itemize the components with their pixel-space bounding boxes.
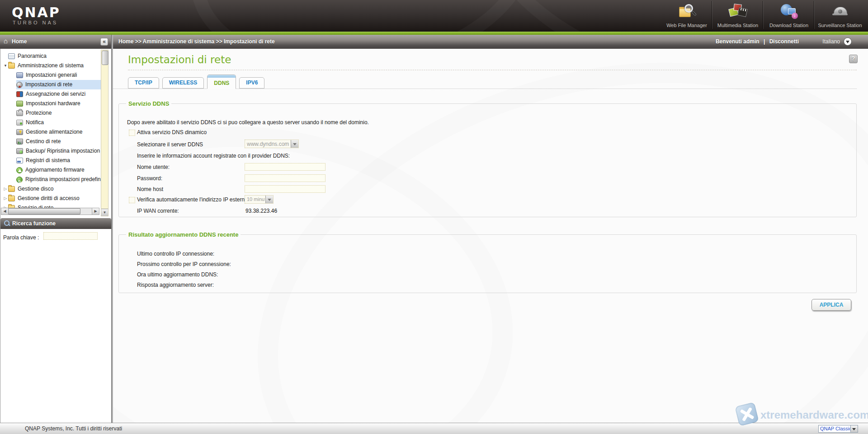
sidebar-item-label: Assegnazione dei servizi: [26, 89, 85, 99]
scrollbar-right-arrow[interactable]: ▶: [92, 208, 99, 215]
keyword-label: Parola chiave :: [3, 234, 39, 241]
tab-ipv6[interactable]: IPV6: [239, 77, 264, 89]
station-surveillance-station[interactable]: Surveillance Station: [814, 1, 865, 29]
station-label: Web File Manager: [661, 23, 712, 28]
sidebar-item-label: Impostazioni di rete: [25, 80, 72, 89]
sidebar-item-ripristina-impostazioni-predefin[interactable]: Ripristina impostazioni predefin: [1, 175, 101, 184]
sidebar-item-backup-ripristina-impostazion[interactable]: Backup/ Ripristina impostazion: [1, 146, 101, 156]
search-icon: [4, 220, 9, 226]
sidebar-item-notifica[interactable]: Notifica: [1, 118, 101, 127]
qnap-admin-page: QNAP TURBO NAS Web File ManagerMultimedi…: [0, 0, 868, 434]
welcome-text: Benvenuti admin: [716, 38, 760, 45]
tree-horizontal-scrollbar[interactable]: ◀ ▶: [1, 208, 99, 215]
sidebar-item-gestione-diritti-di-accesso[interactable]: ▷Gestione diritti di accesso: [1, 194, 101, 203]
tab-ddns[interactable]: DDNS: [207, 75, 236, 89]
sidebar-item-impostazioni-generali[interactable]: Impostazioni generali: [1, 70, 101, 80]
sidebar-item-cestino-di-rete[interactable]: Cestino di rete: [1, 137, 101, 146]
station-label: Download Station: [764, 23, 814, 28]
power-management-icon: [16, 129, 23, 135]
surveillance-station-icon: [830, 3, 850, 21]
sidebar-item-label: Amministrazione di sistema: [18, 61, 84, 70]
result-row: Ultimo controllo IP connessione:: [137, 251, 214, 257]
autocheck-ip-checkbox[interactable]: [129, 197, 135, 203]
password-input[interactable]: [245, 174, 326, 182]
service-binding-icon: [16, 91, 23, 97]
sidebar-item-label: Protezione: [26, 108, 52, 118]
sidebar-item-aggiornamento-firmware[interactable]: Aggiornamento firmware: [1, 165, 101, 175]
sidebar-item-gestione-disco[interactable]: ▷Gestione disco: [1, 184, 101, 194]
sidebar-item-label: Backup/ Ripristina impostazion: [26, 146, 100, 156]
sidebar-item-label: Gestione alimentazione: [26, 127, 82, 137]
logout-link[interactable]: Disconnetti: [769, 38, 799, 45]
apply-button[interactable]: APPLICA: [811, 299, 851, 311]
ddns-server-value: www.dyndns.com: [247, 141, 290, 147]
sidebar-item-assegnazione-dei-servizi[interactable]: Assegnazione dei servizi: [1, 89, 101, 99]
overview-icon: [8, 53, 15, 59]
top-header: QNAP TURBO NAS Web File ManagerMultimedi…: [0, 0, 868, 32]
sidebar-collapse-button[interactable]: «: [100, 38, 108, 46]
sidebar-item-panoramica[interactable]: Panoramica: [1, 51, 101, 61]
theme-select[interactable]: QNAP Classic: [818, 425, 858, 433]
copyright-text: QNAP Systems, Inc. Tutti i diritti riser…: [25, 425, 122, 432]
ddns-server-select[interactable]: www.dyndns.com: [245, 140, 299, 148]
keyword-input[interactable]: [43, 232, 98, 240]
help-button[interactable]: ?: [849, 55, 858, 63]
station-web-file-manager[interactable]: Web File Manager: [661, 1, 712, 29]
enable-ddns-checkbox[interactable]: [129, 130, 135, 136]
sidebar-item-label: Gestione diritti di accesso: [18, 194, 80, 203]
sidebar-item-label: Notifica: [26, 118, 44, 127]
station-multimedia-station[interactable]: Multimedia Station: [712, 1, 763, 29]
autocheck-interval-value: 10 minuti: [247, 196, 265, 202]
sidebar-title: Home: [12, 38, 27, 45]
username-input[interactable]: [245, 163, 326, 171]
ddns-result-legend: Risultato aggiornamento DDNS recente: [126, 231, 241, 238]
multimedia-station-icon: [728, 3, 748, 21]
result-row: Prossimo controllo per IP connessione:: [137, 261, 231, 268]
folder-icon: [8, 196, 15, 201]
scrollbar-thumb[interactable]: [8, 208, 80, 215]
general-settings-icon: [16, 72, 23, 78]
tree-expand-icon[interactable]: ▾: [3, 61, 8, 70]
accent-line: [0, 32, 868, 35]
result-row: Ora ultimo aggiornamento DDNS:: [137, 271, 218, 278]
folder-open-icon: [8, 63, 15, 69]
ddns-service-legend: Servizio DDNS: [126, 100, 171, 107]
scrollbar-left-arrow[interactable]: ◀: [1, 208, 9, 215]
session-separator: |: [764, 38, 765, 45]
sidebar-item-impostazioni-di-rete[interactable]: Impostazioni di rete: [1, 80, 101, 89]
hostname-input[interactable]: [245, 185, 326, 193]
password-label: Password:: [137, 175, 162, 182]
sidebar-item-registri-di-sistema[interactable]: Registri di sistema: [1, 156, 101, 165]
sidebar-item-impostazioni-hardware[interactable]: Impostazioni hardware: [1, 99, 101, 108]
function-search-header: Ricerca funzione: [0, 218, 111, 229]
station-download-station[interactable]: Download Station: [763, 1, 814, 29]
sidebar-item-protezione[interactable]: Protezione: [1, 108, 101, 118]
tab-wireless[interactable]: WIRELESS: [162, 77, 204, 89]
download-station-icon: [779, 3, 799, 21]
autocheck-interval-select[interactable]: 10 minuti: [245, 195, 274, 204]
sidebar-item-amministrazione-di-sistema[interactable]: ▾Amministrazione di sistema: [1, 61, 101, 70]
header-decoration: [177, 0, 547, 32]
language-dropdown-button[interactable]: [844, 37, 852, 46]
backup-restore-icon: [16, 148, 23, 154]
qnap-logo: QNAP: [12, 5, 61, 20]
network-settings-icon: [16, 82, 23, 88]
tree-expand-icon[interactable]: ▷: [3, 184, 8, 194]
dropdown-arrow-icon: [265, 196, 273, 203]
firmware-update-icon: [16, 167, 23, 173]
tree-vertical-scrollbar[interactable]: ▼: [101, 50, 108, 216]
main-content: ? Impostazioni di rete TCP/IPWIRELESSDDN…: [113, 49, 868, 423]
sidebar-item-label: Gestione disco: [18, 184, 53, 194]
sidebar-item-label: Registri di sistema: [26, 156, 70, 165]
tab-tcp-ip[interactable]: TCP/IP: [128, 77, 159, 89]
ddns-service-group: Servizio DDNS Dopo avere abilitato il se…: [118, 100, 857, 217]
autocheck-ip-label: Verifica automaticamente l'indirizzo IP …: [137, 196, 248, 203]
sidebar-item-label: Cestino di rete: [26, 137, 61, 146]
web-file-manager-icon: [677, 3, 697, 21]
scrollbar-thumb[interactable]: [102, 51, 108, 65]
sidebar-item-gestione-alimentazione[interactable]: Gestione alimentazione: [1, 127, 101, 137]
tree-expand-icon[interactable]: ▷: [3, 194, 8, 203]
scrollbar-down-arrow[interactable]: ▼: [101, 209, 108, 216]
station-label: Multimedia Station: [712, 23, 763, 28]
account-hint: Inserire le informazioni account registr…: [137, 153, 290, 159]
